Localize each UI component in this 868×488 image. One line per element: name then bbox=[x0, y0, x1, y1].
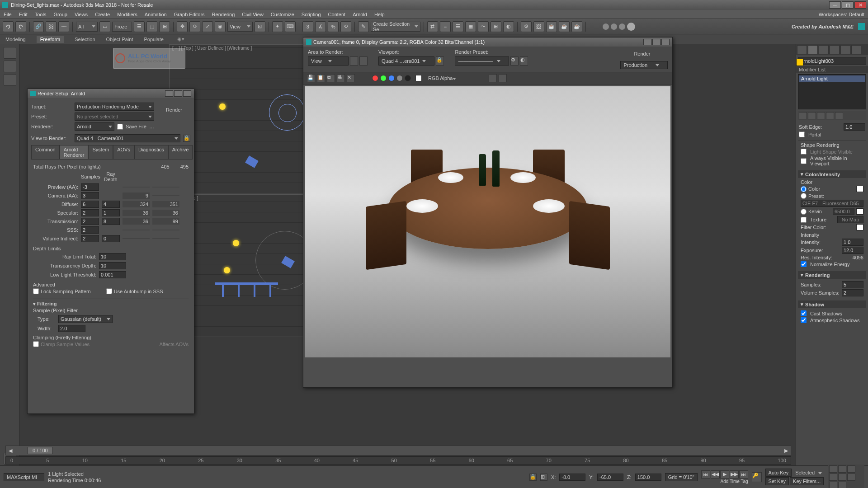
layers-button[interactable]: ☰ bbox=[453, 21, 463, 32]
maxscript-listener[interactable]: MAXScript Mi bbox=[4, 473, 44, 481]
configure-sets-button[interactable] bbox=[835, 112, 843, 119]
tab-aovs[interactable]: AOVs bbox=[113, 145, 134, 160]
savefile-browse[interactable]: … bbox=[149, 124, 154, 129]
print-button[interactable]: 🖶 bbox=[337, 74, 345, 82]
ribbon-freeform[interactable]: Freeform bbox=[37, 36, 64, 43]
render-mode-combo[interactable]: Production bbox=[620, 61, 668, 69]
percent-snap-button[interactable]: % bbox=[328, 21, 339, 32]
toggle-ribbon-button[interactable]: ▦ bbox=[465, 21, 476, 32]
light-gizmo-2[interactable] bbox=[233, 240, 239, 246]
save-image-button[interactable]: 💾 bbox=[307, 74, 315, 82]
rw-min-button[interactable] bbox=[643, 39, 651, 45]
chevron-down-icon[interactable]: ▾ bbox=[801, 301, 803, 307]
softedge-field[interactable]: 1.0 bbox=[844, 123, 865, 131]
material-editor-button[interactable]: ◐ bbox=[503, 21, 514, 32]
lsv-checkbox[interactable] bbox=[801, 149, 807, 155]
tab-archive[interactable]: Archive bbox=[168, 145, 193, 160]
color-intensity-header[interactable]: Color/Intensity bbox=[805, 172, 840, 177]
ref-coord-combo[interactable]: View bbox=[227, 22, 253, 32]
dl-field[interactable]: 0.001 bbox=[99, 271, 126, 278]
channel-green[interactable] bbox=[380, 75, 387, 81]
key-target-combo[interactable]: Selected bbox=[793, 469, 825, 476]
named-selection-combo[interactable]: Create Selection Se bbox=[371, 22, 420, 32]
key-mode-button[interactable]: 🔑 bbox=[752, 472, 762, 482]
tab-utilities[interactable] bbox=[851, 45, 861, 54]
exposure-field[interactable]: 12.0 bbox=[842, 247, 863, 254]
compare-b-button[interactable] bbox=[499, 74, 507, 82]
environment-shortcut[interactable]: ◐ bbox=[520, 56, 528, 66]
curve-editor-button[interactable]: 〜 bbox=[478, 21, 489, 32]
channel-red[interactable] bbox=[372, 75, 378, 81]
snap-button[interactable]: 3 bbox=[302, 21, 313, 32]
scale-button[interactable]: ⤢ bbox=[202, 21, 213, 32]
dl-field[interactable]: 10 bbox=[99, 262, 126, 269]
render-setup-shortcut[interactable]: ⚙ bbox=[510, 56, 519, 66]
object-name-field[interactable]: ArnoldLight003 bbox=[798, 57, 866, 65]
align-button[interactable]: ≡ bbox=[440, 21, 451, 32]
nav-maximize-button[interactable] bbox=[829, 482, 837, 488]
render-setup-button[interactable]: ⚙ bbox=[521, 21, 532, 32]
minimize-button[interactable]: ─ bbox=[829, 1, 841, 9]
select-name-button[interactable]: ☰ bbox=[134, 21, 145, 32]
rendering-header[interactable]: Rendering bbox=[805, 272, 830, 278]
preset-radio[interactable] bbox=[801, 193, 807, 199]
menu-views[interactable]: Views bbox=[75, 12, 88, 17]
filter-swatch[interactable] bbox=[856, 224, 863, 230]
pivot-button[interactable]: ⊡ bbox=[255, 21, 265, 32]
dialog-min-button[interactable] bbox=[165, 90, 173, 97]
menu-help[interactable]: Help bbox=[374, 12, 385, 17]
texture-checkbox[interactable] bbox=[801, 217, 807, 223]
tab-arnold-renderer[interactable]: Arnold Renderer bbox=[60, 145, 89, 160]
maximize-button[interactable]: ◻ bbox=[842, 1, 854, 9]
render-activeshade-button[interactable]: ☕ bbox=[571, 21, 582, 32]
render-button[interactable]: ☕ bbox=[546, 21, 557, 32]
pin-stack-button[interactable] bbox=[799, 112, 807, 119]
lock-viewport-button[interactable]: 🔒 bbox=[436, 56, 444, 66]
ribbon-modeling[interactable]: Modeling bbox=[5, 37, 26, 42]
nav-fov-button[interactable] bbox=[829, 474, 837, 481]
renderer-combo[interactable]: Arnold bbox=[75, 122, 114, 131]
autokey-button[interactable]: Auto Key bbox=[765, 469, 792, 477]
spinner-snap-button[interactable]: ⟲ bbox=[340, 21, 351, 32]
modifier-item[interactable]: Arnold Light bbox=[799, 75, 865, 82]
lock-view-button[interactable]: 🔒 bbox=[183, 135, 190, 142]
kelvin-field[interactable]: 6500.0 bbox=[833, 208, 854, 215]
portal-checkbox[interactable] bbox=[799, 131, 805, 137]
add-time-tag[interactable]: Add Time Tag bbox=[721, 479, 748, 484]
dl-field[interactable]: 10 bbox=[99, 253, 126, 260]
redo-button[interactable] bbox=[15, 21, 26, 32]
menu-scripting[interactable]: Scripting bbox=[302, 12, 321, 17]
menu-edit[interactable]: Edit bbox=[19, 12, 28, 17]
object-color-swatch[interactable] bbox=[796, 59, 803, 66]
light-gizmo-1[interactable] bbox=[219, 103, 226, 110]
nav-zoomextents-button[interactable] bbox=[838, 474, 846, 481]
mirror-button[interactable]: ⇄ bbox=[427, 21, 438, 32]
samples-field[interactable]: 6 bbox=[81, 201, 99, 208]
tab-diagnostics[interactable]: Diagnostics bbox=[134, 145, 168, 160]
channel-combo[interactable]: RGB Alpha bbox=[428, 75, 482, 81]
lock-selection-button[interactable]: 🔒 bbox=[529, 474, 537, 481]
filter-width-field[interactable]: 2.0 bbox=[58, 325, 85, 332]
layer-explorer-toggle[interactable] bbox=[4, 61, 16, 72]
preset-combo[interactable]: CIE F7 - Fluorescent D65 bbox=[801, 200, 863, 207]
rw-close-button[interactable] bbox=[661, 39, 670, 45]
color-swatch[interactable] bbox=[856, 186, 863, 192]
viewport-combo[interactable]: Quad 4 …era001 bbox=[378, 56, 434, 66]
channel-mono[interactable] bbox=[405, 75, 411, 81]
copy-image-button[interactable]: 📋 bbox=[317, 74, 325, 82]
raydepth-field[interactable]: 1 bbox=[102, 209, 120, 216]
link-button[interactable]: 🔗 bbox=[33, 21, 44, 32]
ribbon-expand-icon[interactable]: ◉▾ bbox=[177, 36, 184, 42]
kelvin-swatch[interactable] bbox=[856, 208, 863, 215]
menu-content[interactable]: Content bbox=[328, 12, 346, 17]
time-slider-right-arrow[interactable]: ▶ bbox=[782, 448, 791, 454]
menu-civilview[interactable]: Civil View bbox=[242, 12, 263, 17]
samples-field[interactable]: 2 bbox=[81, 218, 99, 225]
select-object-button[interactable]: ▭ bbox=[99, 21, 110, 32]
move-button[interactable]: ✥ bbox=[177, 21, 188, 32]
light-gizmo-3[interactable] bbox=[224, 267, 230, 273]
chevron-down-icon[interactable]: ▾ bbox=[801, 272, 803, 278]
time-slider-knob[interactable]: 0 / 100 bbox=[28, 447, 53, 454]
clone-button[interactable]: ⧉ bbox=[327, 74, 335, 82]
next-frame-button[interactable]: ▶▶ bbox=[730, 470, 739, 479]
